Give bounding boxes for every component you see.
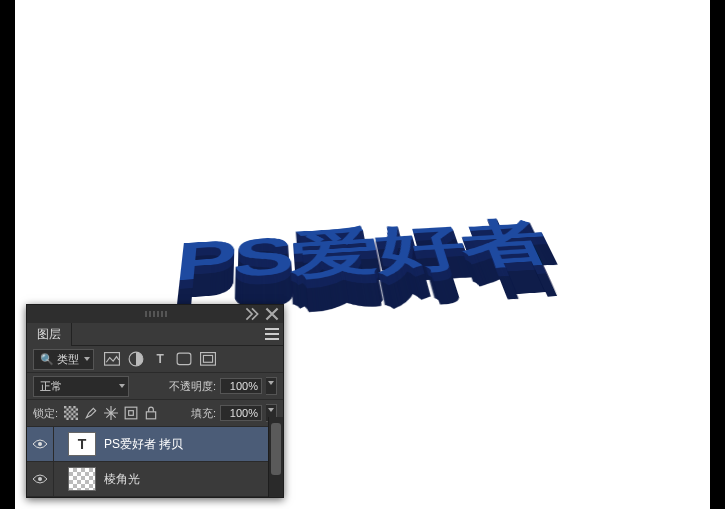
svg-rect-5	[64, 406, 78, 420]
svg-point-11	[38, 442, 42, 446]
type-filter-icon[interactable]: T	[152, 351, 168, 367]
layer-name[interactable]: 棱角光	[104, 471, 277, 488]
artwork-3d-text: PS爱好者	[15, 160, 710, 320]
image-filter-icon[interactable]	[104, 351, 120, 367]
panel-header[interactable]	[27, 305, 283, 323]
blend-opacity-row: 正常 不透明度: 100%	[27, 373, 283, 400]
lock-fill-row: 锁定: 填充: 100%	[27, 400, 283, 427]
raster-layer-thumb-icon	[68, 467, 96, 491]
artwork-text-top: PS爱好者	[170, 209, 560, 301]
blend-mode-select[interactable]: 正常	[33, 376, 129, 397]
opacity-stepper-icon[interactable]	[266, 377, 277, 395]
svg-point-12	[38, 477, 42, 481]
filter-kind-select[interactable]: 🔍 类型	[33, 349, 94, 370]
lock-all-icon[interactable]	[144, 406, 158, 420]
visibility-toggle-icon[interactable]	[32, 438, 48, 450]
panel-tabs: 图层	[27, 323, 283, 346]
svg-rect-8	[125, 407, 137, 419]
collapse-icon[interactable]	[245, 307, 259, 321]
opacity-label: 不透明度:	[169, 379, 216, 394]
panel-grip-icon[interactable]	[145, 311, 169, 317]
svg-rect-10	[146, 412, 155, 419]
panel-menu-icon[interactable]	[265, 327, 279, 341]
adjust-filter-icon[interactable]	[128, 351, 144, 367]
layer-row-raster[interactable]: 棱角光	[27, 462, 283, 497]
opacity-input[interactable]: 100%	[220, 378, 262, 394]
layer-row-text[interactable]: T PS爱好者 拷贝	[27, 427, 283, 462]
lock-pixels-icon[interactable]	[64, 406, 78, 420]
blend-mode-value: 正常	[40, 380, 62, 392]
visibility-toggle-icon[interactable]	[32, 473, 48, 485]
filter-kind-label: 类型	[57, 353, 79, 365]
scrollbar-thumb[interactable]	[271, 423, 281, 475]
type-layer-thumb-icon: T	[68, 432, 96, 456]
close-icon[interactable]	[265, 307, 279, 321]
svg-rect-0	[105, 353, 120, 366]
tab-layers[interactable]: 图层	[27, 323, 72, 346]
lock-brush-icon[interactable]	[84, 406, 98, 420]
layers-panel: 图层 🔍 类型 T 正常	[26, 304, 284, 498]
fill-label: 填充:	[191, 406, 216, 421]
lock-artboard-icon[interactable]	[124, 406, 138, 420]
svg-rect-9	[129, 411, 134, 416]
layers-list: T PS爱好者 拷贝 棱角光	[27, 427, 283, 497]
shape-filter-icon[interactable]	[176, 351, 192, 367]
lock-position-icon[interactable]	[104, 406, 118, 420]
smart-filter-icon[interactable]	[200, 351, 216, 367]
panel-scrollbar[interactable]	[268, 417, 283, 497]
lock-label: 锁定:	[33, 406, 58, 421]
led-dots	[47, 244, 90, 287]
filter-kind-prefix: 🔍	[40, 353, 54, 365]
svg-rect-2	[177, 353, 191, 364]
layer-filter-row: 🔍 类型 T	[27, 346, 283, 373]
fill-input[interactable]: 100%	[220, 405, 262, 421]
layer-name[interactable]: PS爱好者 拷贝	[104, 436, 277, 453]
svg-rect-3	[201, 353, 216, 366]
svg-rect-4	[203, 356, 212, 363]
